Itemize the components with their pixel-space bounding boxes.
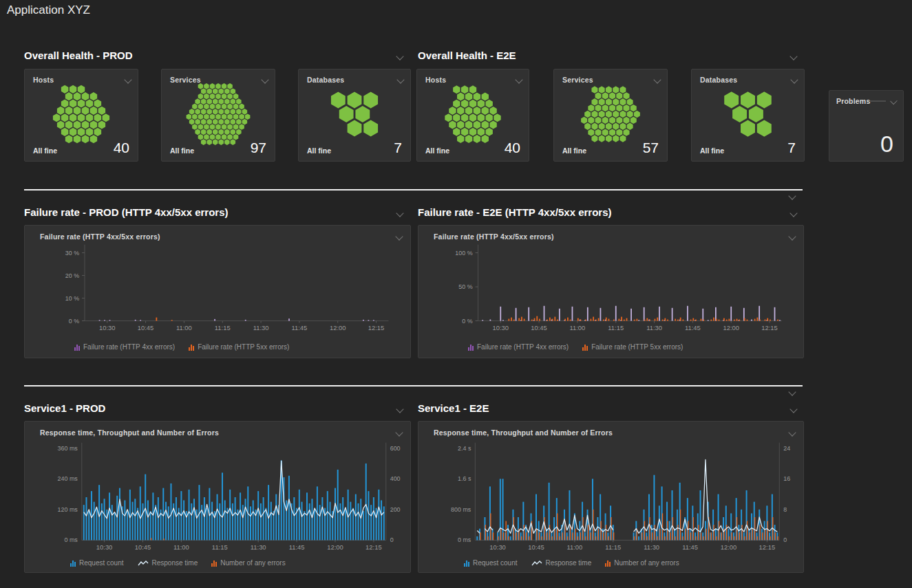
legend-item: Response time <box>531 560 592 567</box>
chart-tile-failure-e2e[interactable]: Failure rate (HTTP 4xx/5xx errors) 0 %50… <box>418 225 804 358</box>
chevron-down-icon[interactable] <box>789 52 797 60</box>
chart-title: Response time, Throughput and Number of … <box>40 428 219 437</box>
svg-text:11:30: 11:30 <box>251 543 266 551</box>
svg-text:11:45: 11:45 <box>291 324 307 331</box>
legend-item: Response time <box>138 560 198 567</box>
section-title-failure-e2e: Failure rate - E2E (HTTP 4xx/5xx errors) <box>418 206 612 218</box>
entity-count: 40 <box>114 140 129 155</box>
chevron-down-icon[interactable] <box>788 388 796 395</box>
entity-count: 7 <box>787 140 796 155</box>
chart-tile-service1-prod[interactable]: Response time, Throughput and Number of … <box>24 421 411 573</box>
failure-rate-chart[interactable]: 0 %50 %100 %10:3010:4511:0011:1511:3011:… <box>418 226 803 358</box>
section-title-service1-e2e: Service1 - E2E <box>418 402 489 414</box>
chart-title: Failure rate (HTTP 4xx/5xx errors) <box>434 232 554 241</box>
chevron-down-icon[interactable] <box>396 405 403 413</box>
status-text: All fine <box>700 146 724 155</box>
line-chart-icon <box>531 560 542 567</box>
status-text: All fine <box>307 146 331 155</box>
svg-text:16: 16 <box>783 475 790 482</box>
chevron-down-icon[interactable] <box>788 232 796 240</box>
chevron-down-icon[interactable] <box>261 76 268 83</box>
chart-tile-failure-prod[interactable]: Failure rate (HTTP 4xx/5xx errors) 0 %10… <box>24 225 411 358</box>
svg-text:10:30: 10:30 <box>99 324 116 331</box>
svg-text:11:30: 11:30 <box>646 324 662 331</box>
svg-text:1.6 s: 1.6 s <box>458 475 471 482</box>
chevron-down-icon[interactable] <box>653 76 661 83</box>
svg-text:0: 0 <box>390 536 394 543</box>
svg-text:11:15: 11:15 <box>215 324 231 331</box>
tile-title: Hosts <box>425 76 446 84</box>
chevron-down-icon[interactable] <box>789 405 797 413</box>
tile-title: Problems <box>836 97 870 105</box>
health-tile-hosts-prod[interactable]: Hosts All fine40 <box>24 69 138 162</box>
svg-text:11:15: 11:15 <box>608 324 624 331</box>
svg-text:10 %: 10 % <box>65 295 79 302</box>
legend-label: Number of any errors <box>614 560 679 567</box>
chevron-down-icon[interactable] <box>124 76 131 83</box>
entity-count: 97 <box>251 140 266 155</box>
svg-text:12:15: 12:15 <box>761 324 778 331</box>
legend-label: Response time <box>546 560 592 567</box>
svg-text:12:15: 12:15 <box>365 543 382 551</box>
svg-text:0 ms: 0 ms <box>458 536 471 543</box>
bar-chart-icon <box>74 345 80 351</box>
tile-title: Databases <box>307 76 344 84</box>
entity-count: 57 <box>643 140 659 155</box>
legend-item: Request count <box>70 560 124 567</box>
svg-text:12:00: 12:00 <box>721 543 737 551</box>
svg-text:10:45: 10:45 <box>531 324 547 331</box>
tile-title: Hosts <box>33 76 54 84</box>
chevron-down-icon[interactable] <box>788 192 796 199</box>
svg-text:11:45: 11:45 <box>289 543 305 551</box>
chevron-down-icon[interactable] <box>396 209 403 217</box>
problems-count: 0 <box>880 132 893 155</box>
chevron-down-icon[interactable] <box>515 76 522 83</box>
legend-item: Failure rate (HTTP 5xx errors) <box>189 344 289 351</box>
bar-chart-icon <box>464 560 469 567</box>
legend-item: Request count <box>464 560 518 567</box>
chevron-down-icon[interactable] <box>890 98 898 105</box>
svg-text:11:00: 11:00 <box>570 324 586 331</box>
service-metrics-chart[interactable]: 0 ms120 ms240 ms360 ms020040060010:3010:… <box>25 422 410 572</box>
legend-item: Failure rate (HTTP 5xx errors) <box>582 344 683 351</box>
tile-title: Databases <box>700 76 737 84</box>
service-metrics-chart[interactable]: 0 ms800 ms1.6 s2.4 s08162410:3010:4511:0… <box>418 422 803 572</box>
chevron-down-icon[interactable] <box>790 76 798 83</box>
svg-text:11:30: 11:30 <box>253 324 269 331</box>
chevron-down-icon[interactable] <box>395 232 403 240</box>
svg-text:100 %: 100 % <box>455 250 472 257</box>
svg-text:20 %: 20 % <box>65 272 79 279</box>
health-tile-databases-prod[interactable]: Databases All fine7 <box>298 69 411 162</box>
chevron-down-icon[interactable] <box>396 76 404 83</box>
section-title-overall-health-e2e: Overall Health - E2E <box>418 50 516 61</box>
svg-text:8: 8 <box>783 506 787 513</box>
svg-text:50 %: 50 % <box>458 283 472 290</box>
health-tile-databases-e2e[interactable]: Databases All fine7 <box>691 69 805 162</box>
svg-text:11:15: 11:15 <box>212 543 228 551</box>
health-tile-services-prod[interactable]: Services All fine97 <box>161 69 275 162</box>
svg-text:11:00: 11:00 <box>176 324 192 331</box>
chevron-down-icon[interactable] <box>395 428 403 436</box>
svg-text:10:30: 10:30 <box>493 324 509 331</box>
svg-text:24: 24 <box>783 445 790 452</box>
chart-title: Response time, Throughput and Number of … <box>434 428 613 437</box>
chevron-down-icon[interactable] <box>788 428 796 436</box>
health-tile-services-e2e[interactable]: Services All fine57 <box>553 69 668 162</box>
chevron-down-icon[interactable] <box>789 209 797 217</box>
section-divider <box>24 385 803 386</box>
dashboard: Application XYZ Overall Health - PROD Ov… <box>0 0 912 588</box>
svg-text:2.4 s: 2.4 s <box>458 445 471 452</box>
svg-text:600: 600 <box>390 445 401 452</box>
legend-label: Failure rate (HTTP 4xx errors) <box>477 344 569 351</box>
svg-text:12:00: 12:00 <box>327 543 343 551</box>
legend-label: Response time <box>152 560 198 567</box>
legend-label: Request count <box>79 560 124 567</box>
failure-rate-chart[interactable]: 0 %10 %20 %30 %10:3010:4511:0011:1511:30… <box>25 226 410 358</box>
svg-text:120 ms: 120 ms <box>58 506 78 513</box>
problems-tile[interactable]: Problems 0 <box>829 90 904 162</box>
svg-text:400: 400 <box>390 475 401 482</box>
svg-text:11:45: 11:45 <box>682 543 698 551</box>
chevron-down-icon[interactable] <box>396 52 403 60</box>
health-tile-hosts-e2e[interactable]: Hosts All fine40 <box>416 69 529 162</box>
chart-tile-service1-e2e[interactable]: Response time, Throughput and Number of … <box>418 421 804 573</box>
